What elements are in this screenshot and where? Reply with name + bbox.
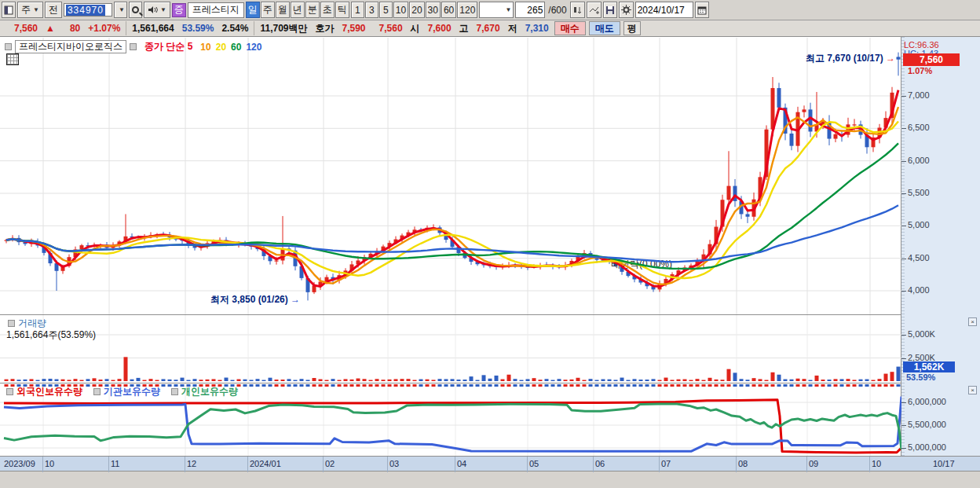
- current-price-marker: 7,560: [903, 53, 960, 66]
- search-button[interactable]: [129, 2, 142, 18]
- stock-chart-window: 주▼ 전 334970 ▼ ▼ 증 프레스티지 일주월년분초틱 13510203…: [0, 0, 980, 488]
- settings-button[interactable]: [619, 2, 634, 18]
- interval-button-1[interactable]: 1: [351, 2, 364, 18]
- panel-handle-icon[interactable]: [6, 388, 13, 395]
- ask-price: 7,590: [342, 23, 366, 34]
- legend-기관보유수량: 기관보유수량: [104, 385, 160, 398]
- sell-button[interactable]: 매도: [589, 21, 620, 35]
- chevron-down-icon: ▼: [160, 6, 166, 13]
- x-axis-label: 06: [595, 459, 605, 468]
- x-axis-label: 10: [872, 459, 881, 468]
- chevron-down-icon: ▼: [33, 6, 39, 13]
- period-button-월[interactable]: 월: [276, 2, 290, 18]
- volume-tick: 5,000K: [908, 329, 935, 339]
- right-axis[interactable]: LC:96.36 HC:-1.43 7,560 1.07% 7,0006,500…: [901, 37, 980, 456]
- panel-handle-icon[interactable]: [93, 388, 101, 395]
- open-label: 시: [411, 22, 420, 35]
- avg-button[interactable]: 평: [623, 21, 641, 35]
- x-axis-label: 07: [661, 459, 671, 468]
- x-axis-tick: [455, 457, 455, 472]
- price-change-pct: +1.07%: [88, 23, 120, 34]
- custom-interval-combo[interactable]: ▼: [479, 2, 514, 18]
- x-axis-tick: [736, 457, 737, 472]
- collapse-volume-icon[interactable]: ×: [968, 317, 977, 326]
- x-axis-label: 04: [457, 459, 466, 468]
- save-button[interactable]: [603, 2, 617, 18]
- price-tick: 7,000: [908, 90, 930, 100]
- prev-stock-button[interactable]: 전: [45, 2, 62, 18]
- stock-code-input[interactable]: 334970: [64, 3, 112, 17]
- bid-price: 7,560: [379, 23, 403, 34]
- current-volume-marker: 1,562K: [903, 361, 955, 372]
- price-panel[interactable]: 배당락(0.00%): [0, 38, 901, 314]
- main-toolbar: 주▼ 전 334970 ▼ ▼ 증 프레스티지 일주월년분초틱 13510203…: [0, 0, 980, 20]
- symbol-name: 프레스티지바이오로직스: [15, 40, 126, 53]
- ma-legend-60: 60: [231, 42, 241, 53]
- high-label: 고: [459, 22, 469, 35]
- candle-settings-button[interactable]: [570, 2, 585, 18]
- interval-button-10[interactable]: 10: [393, 2, 408, 18]
- quote-bar: 7,560 ▲ 80 +1.07% 1,561,664 53.59% 2.54%…: [0, 20, 980, 37]
- x-axis[interactable]: 2023/091011122024/0102030405060708091010…: [0, 456, 980, 471]
- interval-button-20[interactable]: 20: [409, 2, 424, 18]
- line-overlay-icon: [589, 6, 599, 15]
- interval-button-120[interactable]: 120: [457, 2, 477, 18]
- x-axis-label: 09: [809, 459, 818, 468]
- collapse-holdings-icon[interactable]: ×: [968, 386, 977, 394]
- high-annotation: 최고 7,670 (10/17) →: [806, 52, 895, 65]
- period-button-분[interactable]: 분: [305, 2, 320, 18]
- panel-handle-icon[interactable]: [8, 320, 15, 327]
- code-dropdown-button[interactable]: ▼: [114, 2, 127, 18]
- chevron-down-icon: ▼: [119, 6, 125, 13]
- period-button-일[interactable]: 일: [246, 2, 260, 18]
- calendar-button[interactable]: [695, 2, 709, 18]
- x-axis-label: 10/17: [933, 459, 955, 468]
- volume-panel[interactable]: [0, 314, 901, 383]
- panel-handle-icon[interactable]: [171, 388, 178, 395]
- x-axis-tick: [387, 457, 388, 472]
- x-axis-label: 02: [325, 459, 335, 468]
- gear-icon: [621, 5, 631, 15]
- speaker-icon: [148, 6, 158, 14]
- panel-layout-icon[interactable]: [2, 2, 16, 18]
- price-tick: 6,000: [908, 156, 930, 165]
- x-axis-tick: [659, 457, 660, 472]
- period-button-초[interactable]: 초: [320, 2, 335, 18]
- market-badge: 증: [172, 3, 186, 17]
- sound-button[interactable]: ▼: [144, 2, 170, 18]
- interval-button-5[interactable]: 5: [379, 2, 393, 18]
- x-axis-label: 10: [45, 459, 54, 468]
- x-axis-tick: [869, 457, 870, 472]
- x-axis-tick: [527, 457, 528, 472]
- ma-legend-10: 10: [200, 42, 210, 53]
- period-button-주[interactable]: 주: [261, 2, 275, 18]
- grid-tool-button[interactable]: [6, 53, 19, 65]
- period-button-틱[interactable]: 틱: [335, 2, 349, 18]
- low-annotation: 최저 3,850 (01/26) →: [210, 293, 300, 306]
- search-icon: [132, 6, 139, 13]
- price-tick: 5,000: [908, 220, 930, 229]
- interval-button-60[interactable]: 60: [441, 2, 456, 18]
- calendar-icon: [697, 6, 707, 15]
- period-button-년[interactable]: 년: [291, 2, 305, 18]
- line-overlay-button[interactable]: [587, 2, 602, 18]
- divider: [254, 21, 254, 35]
- amount: 11,709백만: [260, 22, 307, 35]
- legend-개인보유수량: 개인보유수량: [181, 385, 238, 398]
- holdings-legend: 외국인보유수량기관보유수량개인보유수량: [6, 385, 246, 398]
- x-axis-tick: [185, 457, 185, 472]
- date-input[interactable]: 2024/10/17: [635, 2, 693, 18]
- price-tick: 6,500: [908, 123, 930, 132]
- stock-type-combo[interactable]: 주▼: [17, 2, 43, 18]
- bar-count-input[interactable]: 265: [515, 2, 545, 18]
- interval-button-30[interactable]: 30: [426, 2, 441, 18]
- panel-handle-icon[interactable]: [130, 43, 137, 50]
- panel-handle-icon[interactable]: [5, 43, 12, 50]
- current-pct: 1.07%: [908, 66, 932, 75]
- chevron-down-icon: ▼: [505, 6, 511, 13]
- buy-button[interactable]: 매수: [554, 21, 586, 35]
- bar-count-total: /600: [548, 5, 566, 16]
- x-axis-label: 2023/09: [4, 459, 35, 468]
- price-change: 80: [70, 23, 80, 34]
- interval-button-3[interactable]: 3: [365, 2, 378, 18]
